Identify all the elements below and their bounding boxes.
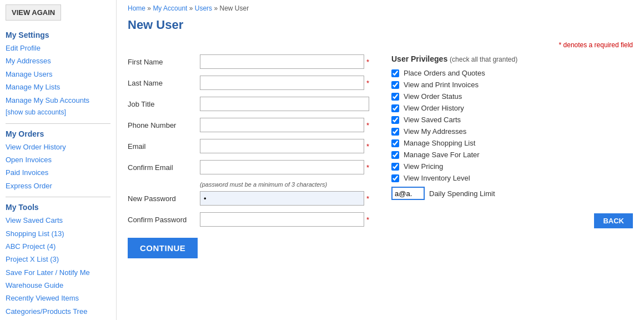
first-name-input[interactable]	[200, 54, 364, 69]
continue-button[interactable]: CONTINUE	[128, 238, 198, 258]
priv-manage-shopping-row: Manage Shopping List	[391, 139, 633, 147]
priv-manage-shopping-checkbox[interactable]	[391, 139, 399, 147]
priv-view-inventory-checkbox[interactable]	[391, 174, 399, 182]
confirm-email-wrapper	[200, 160, 364, 174]
priv-view-order-history-label: View Order History	[404, 104, 464, 112]
divider-2	[6, 197, 110, 197]
manage-users-link[interactable]: Manage Users	[6, 68, 116, 81]
form-left: First Name * Last Name * Job Title	[128, 54, 369, 258]
last-name-input[interactable]	[200, 76, 364, 90]
priv-view-order-history-row: View Order History	[391, 104, 633, 112]
priv-view-saved-carts-checkbox[interactable]	[391, 116, 399, 124]
first-name-row: First Name *	[128, 54, 369, 69]
breadcrumb-sep-3: »	[214, 4, 219, 12]
view-order-history-link[interactable]: View Order History	[6, 141, 116, 153]
phone-row: Phone Number *	[128, 118, 369, 132]
page-title: New User	[128, 18, 633, 32]
phone-wrapper	[200, 118, 364, 132]
my-addresses-link[interactable]: My Addresses	[6, 54, 116, 67]
confirm-password-label: Confirm Password	[128, 216, 200, 224]
breadcrumb: Home » My Account » Users » New User	[128, 4, 633, 12]
manage-my-lists-link[interactable]: Manage My Lists	[6, 81, 116, 93]
priv-place-orders-row: Place Orders and Quotes	[391, 69, 633, 77]
last-name-required: *	[366, 79, 369, 87]
priv-view-order-history-checkbox[interactable]	[391, 104, 399, 112]
confirm-password-row: Confirm Password *	[128, 212, 369, 227]
new-password-label: New Password	[128, 194, 200, 203]
priv-view-invoices-row: View and Print Invoices	[391, 81, 633, 89]
confirm-password-input[interactable]	[200, 212, 364, 227]
confirm-email-label: Confirm Email	[128, 163, 200, 172]
email-wrapper	[200, 139, 364, 153]
last-name-row: Last Name *	[128, 76, 369, 90]
daily-spending-input[interactable]	[391, 187, 425, 200]
products-list-link[interactable]: Products List	[6, 318, 116, 320]
job-title-input[interactable]	[200, 97, 369, 111]
my-orders-title: My Orders	[6, 129, 116, 138]
privileges-check-note-text: (check all that granted)	[450, 56, 517, 63]
first-name-wrapper	[200, 54, 364, 69]
priv-manage-save-later-label: Manage Save For Later	[404, 151, 480, 159]
priv-view-pricing-checkbox[interactable]	[391, 163, 399, 171]
priv-place-orders-checkbox[interactable]	[391, 69, 399, 77]
manage-sub-accounts-link[interactable]: Manage My Sub Accounts	[6, 94, 116, 107]
view-again-button[interactable]: VIEW AGAIN	[6, 4, 61, 21]
breadcrumb-new-user: New User	[219, 4, 249, 12]
priv-view-addresses-checkbox[interactable]	[391, 128, 399, 136]
form-section: First Name * Last Name * Job Title	[128, 54, 633, 258]
confirm-email-required: *	[366, 163, 369, 172]
breadcrumb-my-account[interactable]: My Account	[153, 4, 187, 12]
priv-view-inventory-label: View Inventory Level	[404, 174, 470, 182]
breadcrumb-users[interactable]: Users	[195, 4, 212, 12]
phone-label: Phone Number	[128, 121, 200, 129]
priv-view-order-status-label: View Order Status	[404, 92, 462, 101]
first-name-required: *	[366, 58, 369, 66]
new-password-required: *	[366, 194, 369, 203]
daily-spending-row: Daily Spending Limit	[391, 187, 633, 200]
divider-1	[6, 123, 110, 124]
edit-profile-link[interactable]: Edit Profile	[6, 42, 116, 54]
confirm-email-input[interactable]	[200, 160, 364, 174]
phone-input[interactable]	[200, 118, 364, 132]
back-button-wrapper: BACK	[391, 213, 633, 228]
new-password-input[interactable]	[200, 191, 364, 206]
breadcrumb-sep-2: »	[189, 4, 195, 12]
breadcrumb-home[interactable]: Home	[128, 4, 145, 12]
priv-view-invoices-label: View and Print Invoices	[404, 81, 479, 89]
password-note: (password must be a minimum of 3 charact…	[128, 181, 369, 188]
priv-place-orders-label: Place Orders and Quotes	[404, 69, 485, 77]
abc-project-link[interactable]: ABC Project (4)	[6, 240, 116, 253]
priv-view-order-status-checkbox[interactable]	[391, 93, 399, 101]
open-invoices-link[interactable]: Open Invoices	[6, 153, 116, 166]
recently-viewed-link[interactable]: Recently Viewed Items	[6, 292, 116, 304]
sidebar: VIEW AGAIN My Settings Edit Profile My A…	[0, 0, 117, 320]
back-button[interactable]: BACK	[594, 213, 633, 228]
priv-manage-save-later-checkbox[interactable]	[391, 151, 399, 159]
view-saved-carts-link[interactable]: View Saved Carts	[6, 214, 116, 227]
first-name-label: First Name	[128, 58, 200, 66]
shopping-list-link[interactable]: Shopping List (13)	[6, 227, 116, 240]
confirm-password-wrapper	[200, 212, 364, 227]
priv-manage-shopping-label: Manage Shopping List	[404, 139, 475, 147]
confirm-email-row: Confirm Email *	[128, 160, 369, 174]
project-x-list-link[interactable]: Project X List (3)	[6, 253, 116, 266]
privileges-title-text: User Privileges	[391, 54, 447, 63]
express-order-link[interactable]: Express Order	[6, 179, 116, 192]
phone-required: *	[366, 121, 369, 129]
job-title-label: Job Title	[128, 100, 200, 108]
priv-view-invoices-checkbox[interactable]	[391, 81, 399, 89]
save-for-later-link[interactable]: Save For Later / Notify Me	[6, 266, 116, 279]
email-row: Email *	[128, 139, 369, 153]
paid-invoices-link[interactable]: Paid Invoices	[6, 166, 116, 179]
categories-tree-link[interactable]: Categories/Products Tree	[6, 305, 116, 318]
email-required: *	[366, 142, 369, 151]
email-input[interactable]	[200, 139, 364, 153]
priv-view-addresses-row: View My Addresses	[391, 127, 633, 136]
daily-spending-label: Daily Spending Limit	[429, 189, 495, 198]
warehouse-guide-link[interactable]: Warehouse Guide	[6, 279, 116, 292]
show-sub-accounts-link[interactable]: [show sub accounts]	[6, 107, 116, 119]
new-password-row: New Password *	[128, 191, 369, 206]
email-label: Email	[128, 142, 200, 151]
form-right: User Privileges (check all that granted)…	[391, 54, 633, 258]
breadcrumb-sep-1: »	[147, 4, 153, 12]
